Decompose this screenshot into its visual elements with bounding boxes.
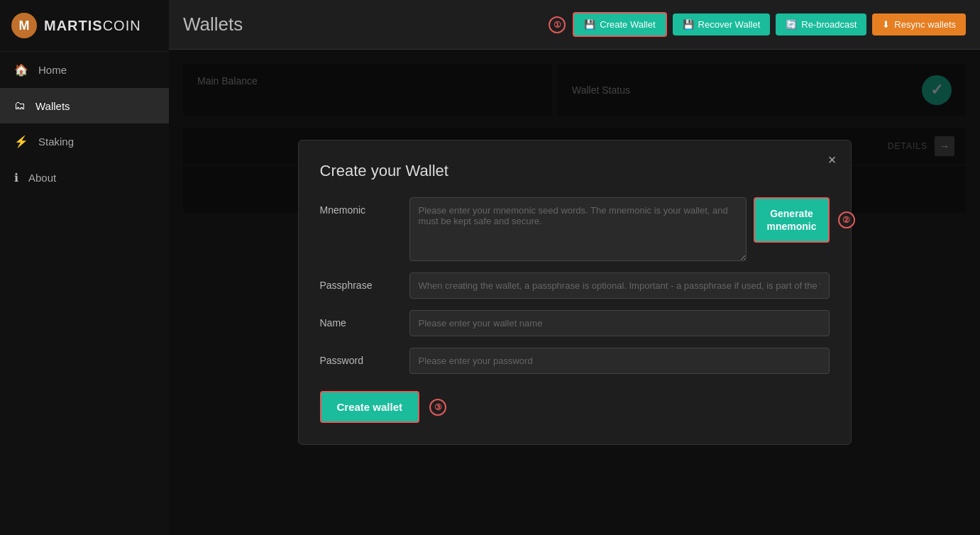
home-icon: 🏠 bbox=[14, 63, 28, 77]
modal-title: Create your Wallet bbox=[320, 162, 830, 180]
password-input-wrap bbox=[409, 348, 830, 374]
password-row: Password bbox=[320, 348, 830, 374]
sidebar-item-label: Wallets bbox=[35, 100, 70, 112]
mnemonic-input[interactable] bbox=[409, 197, 747, 261]
mnemonic-label: Mnemonic bbox=[320, 197, 398, 216]
page-title: Wallets bbox=[183, 13, 243, 35]
passphrase-input[interactable] bbox=[409, 272, 830, 299]
info-icon: ℹ bbox=[14, 171, 18, 184]
sidebar-logo: M Martiscoin bbox=[0, 0, 169, 52]
sidebar-item-wallets[interactable]: 🗂 Wallets bbox=[0, 88, 169, 123]
staking-icon: ⚡ bbox=[14, 135, 28, 148]
sidebar-item-label: Staking bbox=[38, 136, 74, 148]
passphrase-row: Passphrase bbox=[320, 272, 830, 299]
mnemonic-input-wrap: Generatemnemonic ② bbox=[409, 197, 830, 261]
generate-mnemonic-button[interactable]: Generatemnemonic bbox=[754, 197, 829, 243]
modal-footer: Create wallet ③ bbox=[320, 391, 830, 423]
header: Wallets ① 💾 Create Wallet 💾 Recover Wall… bbox=[169, 0, 980, 50]
sidebar: M Martiscoin 🏠 Home 🗂 Wallets ⚡ Staking … bbox=[0, 0, 169, 535]
rebroadcast-button[interactable]: 🔄 Re-broadcast bbox=[776, 13, 866, 35]
wallets-icon: 🗂 bbox=[14, 99, 26, 112]
resync-icon: ⬇ bbox=[882, 19, 890, 30]
mnemonic-row: Mnemonic Generatemnemonic ② bbox=[320, 197, 830, 261]
main-content: Wallets ① 💾 Create Wallet 💾 Recover Wall… bbox=[169, 0, 980, 535]
name-row: Name bbox=[320, 310, 830, 336]
name-label: Name bbox=[320, 310, 398, 329]
create-wallet-button[interactable]: 💾 Create Wallet bbox=[573, 12, 666, 37]
create-wallet-icon: 💾 bbox=[584, 19, 595, 30]
sidebar-item-label: Home bbox=[38, 64, 67, 76]
passphrase-input-wrap bbox=[409, 272, 830, 299]
page-content: Main Balance Wallet Status ✓ DETAILS → bbox=[169, 50, 980, 535]
wallet-name-input[interactable] bbox=[409, 310, 830, 336]
step3-badge: ③ bbox=[429, 399, 446, 416]
create-wallet-submit-button[interactable]: Create wallet bbox=[320, 391, 420, 423]
logo-text: Martiscoin bbox=[44, 18, 141, 34]
resync-button[interactable]: ⬇ Resync wallets bbox=[872, 13, 966, 35]
header-actions: ① 💾 Create Wallet 💾 Recover Wallet 🔄 Re-… bbox=[549, 12, 966, 37]
create-wallet-modal: Create your Wallet × Mnemonic Generatemn… bbox=[298, 140, 852, 445]
sidebar-item-label: About bbox=[28, 172, 56, 184]
recover-wallet-button[interactable]: 💾 Recover Wallet bbox=[673, 13, 771, 35]
sidebar-item-home[interactable]: 🏠 Home bbox=[0, 52, 169, 88]
password-label: Password bbox=[320, 348, 398, 366]
step1-badge: ① bbox=[549, 16, 566, 33]
passphrase-label: Passphrase bbox=[320, 272, 398, 291]
modal-overlay: Create your Wallet × Mnemonic Generatemn… bbox=[169, 50, 980, 535]
sidebar-item-staking[interactable]: ⚡ Staking bbox=[0, 123, 169, 160]
logo-icon: M bbox=[11, 13, 37, 38]
rebroadcast-icon: 🔄 bbox=[786, 19, 797, 30]
sidebar-item-about[interactable]: ℹ About bbox=[0, 160, 169, 196]
name-input-wrap bbox=[409, 310, 830, 336]
step2-badge: ② bbox=[838, 211, 855, 228]
recover-icon: 💾 bbox=[683, 19, 694, 30]
password-input[interactable] bbox=[409, 348, 830, 374]
modal-close-button[interactable]: × bbox=[828, 152, 837, 168]
